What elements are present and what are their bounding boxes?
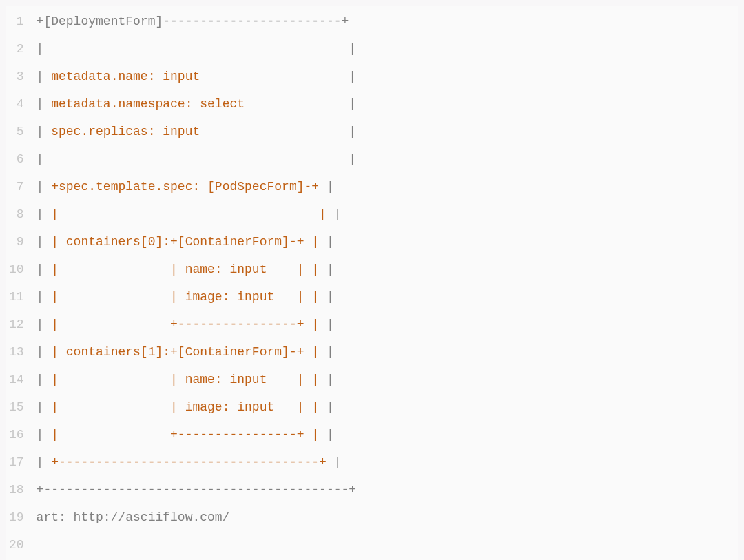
- code-segment: |: [37, 180, 52, 194]
- code-line: | |: [37, 35, 357, 63]
- line-number: 15: [9, 393, 24, 421]
- code-segment: |: [37, 400, 52, 414]
- code-line: | |: [37, 145, 357, 173]
- code-line: | | | image: input | | |: [37, 283, 357, 311]
- code-segment: |: [37, 373, 52, 386]
- line-number: 16: [9, 421, 24, 448]
- line-number: 1: [9, 8, 24, 35]
- code-line: | | | name: input | | |: [37, 366, 357, 393]
- code-segment: |: [37, 235, 52, 249]
- code-line: | metadata.namespace: select |: [37, 90, 357, 118]
- code-segment: | +----------------+ |: [51, 318, 319, 331]
- line-number: 17: [9, 448, 24, 476]
- code-segment: spec.replicas: input: [51, 125, 200, 138]
- code-segment: |: [319, 373, 334, 386]
- code-segment: |: [37, 97, 52, 111]
- code-segment: metadata.name: input: [51, 70, 200, 83]
- line-number: 20: [9, 531, 24, 559]
- code-segment: | containers[1]:+[ContainerForm]-+ |: [51, 345, 319, 359]
- code-block: 1234567891011121314151617181920 +[Deploy…: [6, 6, 738, 560]
- code-segment: |: [319, 400, 334, 414]
- code-segment: |: [200, 70, 356, 83]
- line-number: 3: [9, 63, 24, 90]
- line-number: 10: [9, 256, 24, 283]
- code-line: | metadata.name: input |: [37, 63, 357, 90]
- code-segment: | |: [37, 152, 356, 166]
- code-line: | | | name: input | | |: [37, 256, 357, 283]
- line-number: 14: [9, 366, 24, 393]
- code-segment: +[DeploymentForm]-----------------------…: [37, 14, 349, 28]
- code-line: | | +----------------+ | |: [37, 311, 357, 338]
- code-segment: |: [319, 428, 334, 442]
- line-number: 12: [9, 311, 24, 338]
- code-segment: |: [37, 125, 52, 138]
- code-line: art: http://asciiflow.com/: [37, 504, 357, 531]
- code-segment: |: [37, 428, 52, 442]
- line-number: 9: [9, 228, 24, 256]
- code-segment: | | name: input | |: [51, 373, 319, 386]
- code-segment: +---------------------------------------…: [37, 483, 356, 497]
- code-line: +[DeploymentForm]-----------------------…: [37, 8, 357, 35]
- code-line: | | | image: input | | |: [37, 393, 357, 421]
- code-segment: |: [37, 290, 52, 304]
- code-line: | spec.replicas: input |: [37, 118, 357, 145]
- line-number: 2: [9, 35, 24, 63]
- code-segment: | +----------------+ |: [51, 428, 319, 442]
- code-segment: |: [319, 262, 334, 276]
- code-segment: |: [327, 207, 342, 221]
- line-number: 18: [9, 476, 24, 504]
- code-segment: |: [327, 455, 342, 469]
- line-number: 11: [9, 283, 24, 311]
- line-number: 8: [9, 200, 24, 228]
- code-segment: +spec.template.spec: [PodSpecForm]-+: [51, 180, 319, 194]
- code-segment: |: [319, 345, 334, 359]
- line-number: 6: [9, 145, 24, 173]
- code-line: | | containers[1]:+[ContainerForm]-+ | |: [37, 338, 357, 366]
- code-segment: | | image: input | |: [51, 400, 319, 414]
- code-segment: |: [37, 455, 52, 469]
- code-line: | | +----------------+ | |: [37, 421, 357, 448]
- code-content: +[DeploymentForm]-----------------------…: [30, 6, 362, 560]
- line-number: 5: [9, 118, 24, 145]
- code-segment: |: [319, 180, 334, 194]
- code-line: | | containers[0]:+[ContainerForm]-+ | |: [37, 228, 357, 256]
- line-number: 19: [9, 504, 24, 531]
- code-segment: |: [200, 125, 356, 138]
- code-segment: |: [37, 207, 52, 221]
- code-segment: | | image: input | |: [51, 290, 319, 304]
- code-line: | +spec.template.spec: [PodSpecForm]-+ |: [37, 173, 357, 200]
- code-segment: |: [245, 97, 356, 111]
- code-segment: |: [319, 235, 334, 249]
- code-segment: |: [37, 262, 52, 276]
- code-line: | +-----------------------------------+ …: [37, 448, 357, 476]
- code-line: +---------------------------------------…: [37, 476, 357, 504]
- line-number: 7: [9, 173, 24, 200]
- code-segment: |: [37, 318, 52, 331]
- code-segment: |: [37, 70, 52, 83]
- code-segment: +-----------------------------------+: [51, 455, 327, 469]
- code-segment: | |: [51, 207, 327, 221]
- code-segment: |: [319, 290, 334, 304]
- code-segment: |: [319, 318, 334, 331]
- code-segment: | containers[0]:+[ContainerForm]-+ |: [51, 235, 319, 249]
- code-segment: | | name: input | |: [51, 262, 319, 276]
- code-segment: metadata.namespace: select: [51, 97, 245, 111]
- code-segment: art: http://asciiflow.com/: [37, 510, 230, 524]
- line-number: 4: [9, 90, 24, 118]
- code-segment: |: [37, 345, 52, 359]
- line-number: 13: [9, 338, 24, 366]
- code-line: | | | |: [37, 200, 357, 228]
- code-segment: | |: [37, 42, 356, 56]
- line-number-gutter: 1234567891011121314151617181920: [6, 6, 30, 560]
